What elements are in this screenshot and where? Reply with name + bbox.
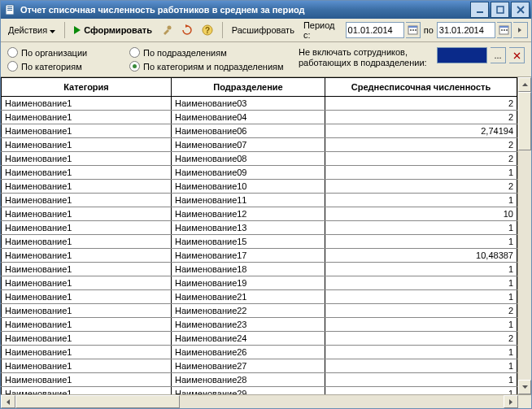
- calendar-icon: [408, 25, 417, 36]
- scroll-thumb[interactable]: [15, 395, 180, 408]
- table-row[interactable]: Наименование1Наименование261: [2, 346, 517, 359]
- cell-value: 1: [325, 166, 517, 180]
- cell-department: Наименование19: [172, 276, 325, 290]
- svg-rect-20: [501, 29, 503, 31]
- column-header-department[interactable]: Подразделение: [172, 78, 325, 97]
- column-header-category[interactable]: Категория: [2, 78, 172, 97]
- scroll-down-button[interactable]: [518, 380, 531, 394]
- exclude-dept-select-button[interactable]: ...: [491, 47, 506, 63]
- close-button[interactable]: [511, 2, 530, 18]
- exclude-dept-clear-button[interactable]: [509, 47, 525, 63]
- svg-marker-28: [7, 399, 10, 405]
- table-row[interactable]: Наименование1Наименование032: [2, 97, 517, 111]
- table-row[interactable]: Наименование1Наименование062,74194: [2, 124, 517, 138]
- table-row[interactable]: Наименование1Наименование091: [2, 166, 517, 180]
- chevron-icon: [517, 26, 523, 35]
- table-row[interactable]: Наименование1Наименование042: [2, 111, 517, 124]
- cell-value: 1: [325, 263, 517, 276]
- table-row[interactable]: Наименование1Наименование111: [2, 194, 517, 207]
- radio-by-dept[interactable]: По подразделениям: [129, 47, 292, 58]
- exclude-dept-field[interactable]: [437, 47, 487, 63]
- cell-category: Наименование1: [2, 111, 172, 124]
- scroll-track[interactable]: [15, 395, 504, 408]
- horizontal-scrollbar[interactable]: [1, 394, 531, 408]
- radio-by-cat-dept[interactable]: По категориям и подразделениям: [129, 61, 292, 72]
- scroll-track[interactable]: [518, 92, 531, 380]
- date-to-picker[interactable]: [497, 22, 512, 38]
- settings-button[interactable]: [158, 20, 177, 40]
- table-row[interactable]: Наименование1Наименование291: [2, 387, 517, 395]
- table-row[interactable]: Наименование1Наименование211: [2, 290, 517, 304]
- scroll-corner: [518, 395, 531, 408]
- table-row[interactable]: Наименование1Наименование151: [2, 235, 517, 249]
- table-row[interactable]: Наименование1Наименование181: [2, 263, 517, 276]
- separator: [64, 22, 65, 38]
- maximize-button[interactable]: [491, 2, 509, 18]
- table-row[interactable]: Наименование1Наименование102: [2, 180, 517, 194]
- period-more-button[interactable]: [513, 22, 528, 38]
- cell-category: Наименование1: [2, 318, 172, 332]
- radio-by-cat[interactable]: По категориям: [7, 61, 129, 72]
- cell-category: Наименование1: [2, 373, 172, 387]
- cell-category: Наименование1: [2, 180, 172, 194]
- scroll-left-button[interactable]: [1, 395, 15, 408]
- calendar-icon: [499, 25, 508, 36]
- table-row[interactable]: Наименование1Наименование222: [2, 304, 517, 318]
- date-from-picker[interactable]: [406, 22, 421, 38]
- scroll-right-button[interactable]: [504, 395, 518, 408]
- cell-value: 10: [325, 207, 517, 221]
- svg-rect-21: [504, 29, 505, 31]
- vertical-scrollbar[interactable]: [517, 77, 531, 394]
- table-row[interactable]: Наименование1Наименование242: [2, 332, 517, 346]
- cell-value: 1: [325, 235, 517, 249]
- svg-marker-23: [518, 28, 521, 33]
- cell-category: Наименование1: [2, 290, 172, 304]
- cell-department: Наименование26: [172, 346, 325, 359]
- filters-panel: По организации По категориям По подразде…: [1, 42, 531, 77]
- table-row[interactable]: Наименование1Наименование271: [2, 359, 517, 373]
- cell-value: 1: [325, 359, 517, 373]
- table-row[interactable]: Наименование1Наименование191: [2, 276, 517, 290]
- cell-value: 2: [325, 97, 517, 111]
- cell-value: 2: [325, 180, 517, 194]
- table-row[interactable]: Наименование1Наименование281: [2, 373, 517, 387]
- scroll-thumb[interactable]: [518, 92, 531, 150]
- decode-button[interactable]: Расшифровать: [228, 20, 299, 40]
- svg-rect-15: [410, 29, 412, 31]
- svg-marker-26: [522, 83, 528, 86]
- cell-category: Наименование1: [2, 97, 172, 111]
- date-from-input[interactable]: [346, 22, 404, 38]
- actions-menu[interactable]: Действия: [4, 20, 59, 40]
- cell-value: 1: [325, 276, 517, 290]
- cell-department: Наименование09: [172, 166, 325, 180]
- table-row[interactable]: Наименование1Наименование1710,48387: [2, 249, 517, 263]
- table-row[interactable]: Наименование1Наименование131: [2, 221, 517, 235]
- radio-by-org[interactable]: По организации: [7, 47, 129, 58]
- cell-department: Наименование28: [172, 373, 325, 387]
- data-grid[interactable]: Категория Подразделение Среднесписочная …: [1, 77, 517, 394]
- table-row[interactable]: Наименование1Наименование072: [2, 138, 517, 152]
- cell-department: Наименование13: [172, 221, 325, 235]
- table-row[interactable]: Наименование1Наименование1210: [2, 207, 517, 221]
- cell-category: Наименование1: [2, 263, 172, 276]
- toolbar: Действия Сформировать ? Расшифровать Пер…: [1, 19, 531, 42]
- table-row[interactable]: Наименование1Наименование231: [2, 318, 517, 332]
- run-label: Сформировать: [84, 25, 152, 35]
- scroll-up-button[interactable]: [518, 77, 531, 92]
- run-button[interactable]: Сформировать: [70, 20, 156, 40]
- minimize-button[interactable]: [470, 2, 489, 18]
- cell-department: Наименование27: [172, 359, 325, 373]
- x-icon: [513, 52, 521, 59]
- svg-rect-22: [506, 29, 508, 31]
- help-button[interactable]: ?: [198, 20, 217, 40]
- date-to-input[interactable]: [437, 22, 495, 38]
- cell-value: 2: [325, 152, 517, 166]
- column-header-value[interactable]: Среднесписочная численность: [325, 78, 517, 97]
- svg-point-9: [168, 26, 172, 30]
- svg-rect-14: [408, 26, 417, 28]
- refresh-button[interactable]: [178, 20, 197, 40]
- cell-department: Наименование29: [172, 387, 325, 395]
- radio-label: По организации: [21, 48, 87, 58]
- titlebar[interactable]: Отчет списочная численность работников в…: [1, 1, 531, 19]
- table-row[interactable]: Наименование1Наименование082: [2, 152, 517, 166]
